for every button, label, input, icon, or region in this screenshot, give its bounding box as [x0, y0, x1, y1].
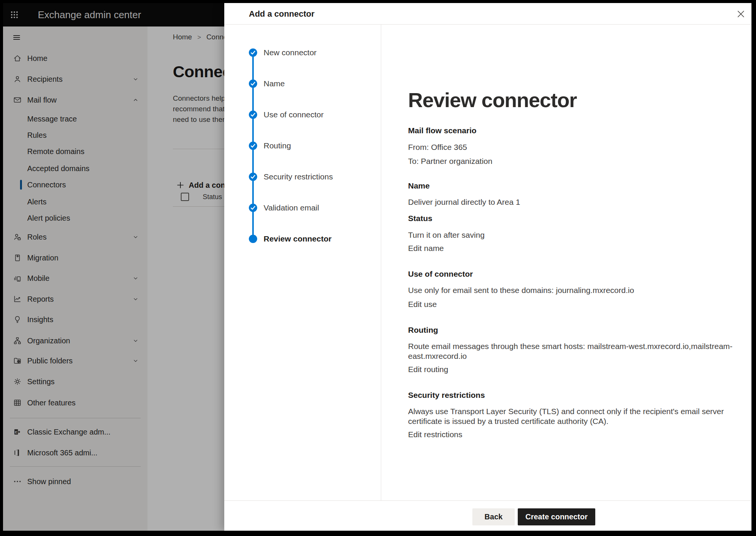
close-icon[interactable] [736, 9, 746, 19]
wizard-step-label: Use of connector [264, 110, 324, 119]
wizard-step-label: Validation email [264, 203, 319, 212]
step-completed-check-icon [249, 48, 257, 57]
link-edit-restrictions[interactable]: Edit restrictions [408, 429, 463, 440]
wizard-step-security-restrictions[interactable]: Security restrictions [224, 171, 381, 183]
link-edit-routing[interactable]: Edit routing [408, 364, 448, 375]
wizard-step-validation-email[interactable]: Validation email [224, 202, 381, 214]
create-connector-button[interactable]: Create connector [518, 508, 595, 525]
wizard-step-label: Security restrictions [264, 172, 333, 181]
wizard-step-routing[interactable]: Routing [224, 140, 381, 152]
step-current-icon [249, 235, 257, 243]
step-completed-check-icon [249, 204, 257, 212]
wizard-step-label: New connector [264, 48, 317, 57]
dialog-title: Add a connector [249, 3, 315, 25]
wizard-step-use-of-connector[interactable]: Use of connector [224, 109, 381, 121]
review-content: Review connector Mail flow scenarioFrom:… [381, 25, 751, 500]
screen: Exchange admin center HomeRecipientsMail… [3, 3, 751, 531]
wizard-step-label: Name [264, 79, 285, 88]
section-text-turn-it-on-after-saving: Turn it on after saving [408, 230, 484, 240]
wizard-step-name[interactable]: Name [224, 78, 381, 90]
section-text-to-partner-organization: To: Partner organization [408, 156, 492, 167]
section-text-east-mxrecord-io: east.mxrecord.io [408, 351, 467, 361]
step-completed-check-icon [249, 142, 257, 150]
wizard-steps: New connectorNameUse of connectorRouting… [224, 25, 381, 500]
wizard-step-label: Review connector [264, 234, 332, 243]
back-button[interactable]: Back [472, 508, 515, 525]
dialog-footer: Back Create connector [224, 500, 751, 531]
section-header-use-of-connector: Use of connector [408, 269, 473, 279]
section-header-status: Status [408, 213, 432, 224]
section-text-always-use-transport-layer-sec: Always use Transport Layer Security (TLS… [408, 406, 724, 417]
wizard-step-new-connector[interactable]: New connector [224, 47, 381, 59]
section-text-from-office-365: From: Office 365 [408, 142, 467, 153]
section-header-mail-flow-scenario: Mail flow scenario [408, 125, 477, 136]
link-edit-use[interactable]: Edit use [408, 299, 437, 310]
section-text-route-email-messages-through-t: Route email messages through these smart… [408, 341, 733, 352]
section-text-use-only-for-email-sent-to-the: Use only for email sent to these domains… [408, 285, 634, 296]
section-header-routing: Routing [408, 325, 438, 335]
step-completed-check-icon [249, 111, 257, 119]
review-heading: Review connector [408, 88, 577, 112]
wizard-step-label: Routing [264, 141, 291, 150]
screenshot-frame: Exchange admin center HomeRecipientsMail… [0, 0, 756, 536]
step-completed-check-icon [249, 79, 257, 88]
section-header-name: Name [408, 181, 430, 191]
link-edit-name[interactable]: Edit name [408, 243, 444, 254]
section-header-security-restrictions: Security restrictions [408, 390, 485, 400]
wizard-step-review-connector[interactable]: Review connector [224, 233, 381, 245]
add-connector-dialog: Add a connector New connectorNameUse of … [224, 3, 751, 531]
section-text-deliver-journal-directly-to-ar: Deliver journal directly to Area 1 [408, 197, 520, 207]
step-completed-check-icon [249, 173, 257, 181]
dialog-header: Add a connector [224, 3, 751, 25]
section-text-certificate-is-issued-by-a-tru: certificate is issued by a trusted certi… [408, 416, 609, 427]
